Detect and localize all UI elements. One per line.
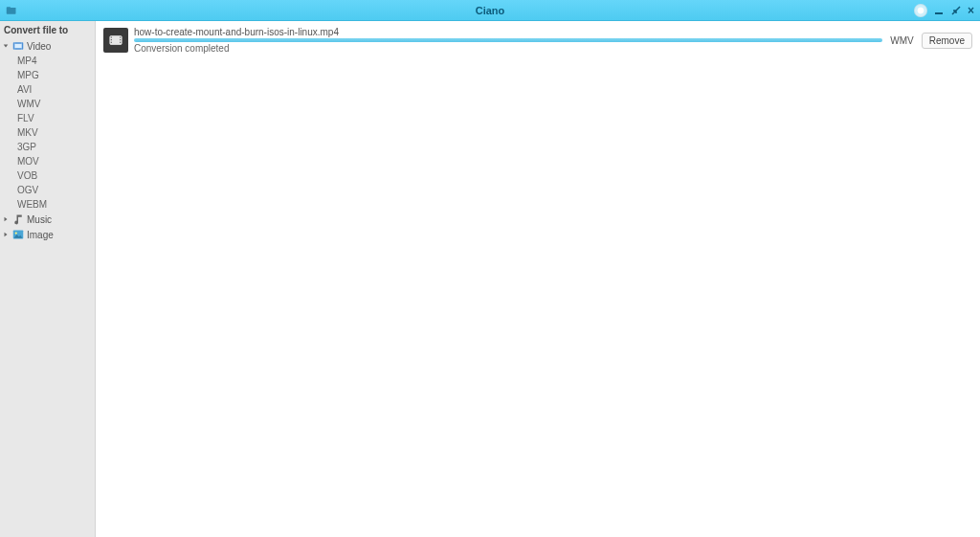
svg-point-4: [14, 49, 15, 50]
svg-rect-13: [120, 37, 121, 38]
sidebar-group-music[interactable]: Music: [0, 212, 95, 227]
svg-rect-1: [14, 44, 22, 49]
row-progress-fill: [134, 38, 882, 42]
sidebar-group-label: Image: [27, 230, 54, 240]
titlebar: Ciano ×: [0, 0, 980, 21]
sidebar-group-label: Music: [27, 214, 52, 225]
row-status: Conversion completed: [134, 43, 882, 54]
window-title: Ciano: [476, 5, 505, 16]
sidebar-group-video[interactable]: Video: [0, 38, 95, 54]
svg-point-7: [15, 232, 17, 234]
sidebar-item-3gp[interactable]: 3GP: [13, 140, 95, 154]
minimize-icon[interactable]: [933, 5, 945, 16]
chevron-right-icon: [2, 215, 10, 223]
file-video-icon: [103, 28, 128, 53]
svg-point-3: [21, 43, 22, 44]
video-icon: [12, 40, 24, 52]
sidebar-item-ogv[interactable]: OGV: [13, 183, 95, 197]
svg-rect-14: [120, 39, 121, 40]
svg-rect-11: [111, 39, 112, 40]
sidebar-item-mov[interactable]: MOV: [13, 154, 95, 168]
sidebar-item-mp4[interactable]: MP4: [13, 54, 95, 68]
sidebar-item-flv[interactable]: FLV: [13, 111, 95, 125]
sidebar-group-label: Video: [27, 41, 51, 52]
svg-rect-12: [111, 42, 112, 43]
svg-rect-15: [120, 42, 121, 43]
sidebar-item-vob[interactable]: VOB: [13, 168, 95, 183]
main-panel: how-to-create-mount-and-burn-isos-in-lin…: [96, 21, 980, 537]
conversion-row: how-to-create-mount-and-burn-isos-in-lin…: [103, 27, 972, 54]
maximize-icon[interactable]: [950, 5, 962, 16]
close-icon[interactable]: ×: [968, 5, 974, 16]
remove-button[interactable]: Remove: [922, 33, 972, 49]
sidebar-group-image[interactable]: Image: [0, 227, 95, 242]
sidebar-item-mpg[interactable]: MPG: [13, 68, 95, 82]
svg-point-2: [14, 43, 15, 44]
svg-rect-10: [111, 37, 112, 38]
image-icon: [12, 229, 24, 240]
sidebar-item-webm[interactable]: WEBM: [13, 197, 95, 212]
sidebar-item-mkv[interactable]: MKV: [13, 125, 95, 140]
row-target-format: WMV: [888, 35, 915, 46]
open-folder-button[interactable]: [4, 3, 19, 18]
svg-point-5: [21, 49, 22, 50]
chevron-right-icon: [2, 231, 10, 238]
sidebar-item-wmv[interactable]: WMV: [13, 97, 95, 111]
row-filename: how-to-create-mount-and-burn-isos-in-lin…: [134, 27, 882, 37]
chevron-down-icon: [2, 42, 10, 50]
sidebar: Convert file to Video MP4 MPG AVI WMV FL…: [0, 21, 96, 537]
row-progress: [134, 38, 882, 42]
sidebar-item-avi[interactable]: AVI: [13, 82, 95, 97]
sidebar-header: Convert file to: [0, 21, 95, 38]
music-icon: [12, 213, 24, 225]
activity-spinner: [914, 4, 927, 17]
